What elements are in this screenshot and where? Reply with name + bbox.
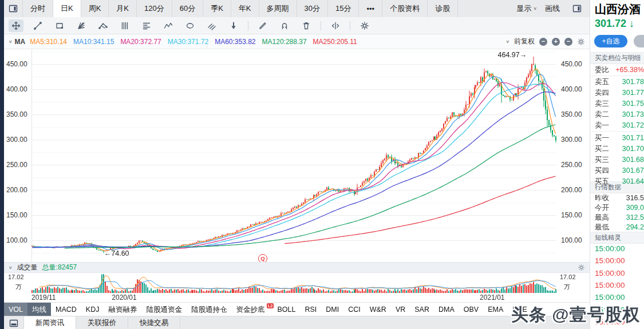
trend-line-tool-icon[interactable]	[30, 19, 45, 32]
indicator-tab-MACD[interactable]: MACD	[51, 303, 81, 316]
indicator-tab-陆股通资金[interactable]: 陆股通资金	[141, 303, 187, 316]
volume-settings-gear-icon[interactable]	[578, 264, 585, 271]
add-watchlist-button[interactable]: +自选	[594, 35, 627, 47]
bid-row-2-label: 买二	[595, 144, 609, 154]
arrow-down-tool-icon[interactable]	[226, 19, 241, 32]
toolbar-divider	[350, 21, 350, 30]
settings-tool-icon[interactable]	[357, 19, 372, 32]
bid-row-2: 买二301.70	[590, 144, 644, 154]
indicator-tab-DMI[interactable]: DMI	[321, 303, 343, 316]
alert-time-row[interactable]: 15:00:00	[590, 243, 644, 255]
indicator-tab-陆股通持仓[interactable]: 陆股通持仓	[187, 303, 232, 316]
watermark: 头条 @壹号股权	[511, 303, 641, 327]
bottom-tab-新闻资讯[interactable]: 新闻资讯	[24, 316, 76, 329]
zoom-in-icon[interactable]: +	[552, 38, 560, 46]
price-tick-right: 450.00	[561, 60, 586, 68]
bid-row-4-value: 301.67	[622, 165, 644, 176]
collapse-icon[interactable]: −	[564, 38, 572, 46]
period-tab-季K[interactable]: 季K	[203, 0, 231, 17]
indicator-tab-均线[interactable]: 均线	[27, 303, 51, 316]
panel-toggle-bottom-icon[interactable]	[4, 316, 24, 329]
adjust-mode-dropdown[interactable]: 前复权	[514, 37, 535, 46]
bid-row-1-value: 301.71	[622, 133, 644, 144]
volume-total: 总量:82457	[42, 263, 77, 272]
panel-toggle-right-icon[interactable]	[568, 4, 586, 13]
panel-toggle-left-icon[interactable]	[4, 0, 23, 17]
period-tab-30分[interactable]: 30分	[297, 0, 328, 17]
indicator-tab-VOL[interactable]: VOL	[4, 303, 27, 316]
period-tab-个股资料[interactable]: 个股资料	[382, 0, 428, 17]
bottom-tab-关联报价[interactable]: 关联报价	[76, 316, 128, 329]
indicator-tabs: VOL均线MACDKDJ融资融券陆股通资金陆股通持仓资金抄底L2BOLLRSID…	[4, 302, 590, 316]
alert-time-row[interactable]: 15:00:00	[590, 291, 644, 303]
indicator-tab-OBV[interactable]: OBV	[459, 303, 483, 316]
indicator-tab-SAR[interactable]: SAR	[410, 303, 434, 316]
collapse-chevron-icon[interactable]: ∨	[9, 265, 13, 270]
indicator-tab-BOLL[interactable]: BOLL	[272, 303, 300, 316]
indicator-tab-VR[interactable]: VR	[391, 303, 410, 316]
period-tab-120分[interactable]: 120分	[137, 0, 172, 17]
pencil-tool-icon[interactable]	[255, 19, 270, 32]
period-tab-诊股[interactable]: 诊股	[428, 0, 458, 17]
volume-title: 成交量	[17, 263, 38, 272]
rectangle-tool-icon[interactable]	[52, 19, 67, 32]
trash-tool-icon[interactable]	[299, 19, 314, 32]
indicator-tab-W&R[interactable]: W&R	[365, 303, 391, 316]
ask-row-4: 卖四301.77	[590, 88, 644, 98]
period-tab-60分[interactable]: 60分	[172, 0, 203, 17]
ma-legend-item: MA30:371.72	[168, 38, 208, 46]
period-tab-年K[interactable]: 年K	[231, 0, 259, 17]
ma-legend: MA5:310.14MA10:341.15MA20:372.77MA30:371…	[30, 38, 357, 46]
alert-time-row[interactable]: 15:00:00	[590, 255, 644, 267]
gann-fan-tool-icon[interactable]	[74, 19, 89, 32]
ellipse-tool-icon[interactable]	[183, 19, 197, 32]
display-dropdown[interactable]: 显示 ∨	[516, 3, 537, 14]
price-tick-left: 100.00	[6, 236, 31, 244]
bottom-nav: 新闻资讯关联报价快捷交易	[4, 316, 590, 329]
period-tab-分时[interactable]: 分时	[23, 0, 53, 17]
bid-row-4: 买四301.67	[590, 165, 644, 176]
draw-line-button[interactable]: 画线	[545, 3, 560, 14]
secondary-button-clipped[interactable]	[634, 35, 644, 47]
indicator-tab-资金抄底[interactable]: 资金抄底L2	[231, 303, 272, 316]
price-tick-left: 400.00	[6, 85, 31, 93]
indicator-tab-融资融券[interactable]: 融资融券	[104, 303, 141, 316]
candlestick-chart-canvas[interactable]	[31, 49, 556, 262]
alert-time-row[interactable]: 15:00:00	[590, 279, 644, 291]
indicator-tab-CCI[interactable]: CCI	[343, 303, 365, 316]
move-tool-icon[interactable]	[9, 19, 23, 32]
price-tick-left: 200.00	[6, 186, 31, 194]
vertical-lines-tool-icon[interactable]	[117, 19, 132, 32]
zoom-out-icon[interactable]: −	[539, 38, 547, 46]
indicator-tab-DMA[interactable]: DMA	[434, 303, 459, 316]
ma-legend-item: MA120:288.37	[262, 38, 307, 46]
period-tab-日K[interactable]: 日K	[53, 0, 81, 17]
alert-time-row[interactable]: 15:00:00	[590, 267, 644, 279]
period-tab-15分[interactable]: 15分	[328, 0, 359, 17]
quote-value: 294.2	[626, 222, 644, 233]
indicator-tab-RSI[interactable]: RSI	[300, 303, 321, 316]
volume-chart-canvas[interactable]	[31, 273, 556, 293]
volume-axis-unit-right: 万	[564, 283, 570, 291]
period-tab-多周期[interactable]: 多周期	[259, 0, 297, 17]
collapse-chevron-icon[interactable]: ∨	[9, 39, 13, 44]
pitchfork-tool-icon[interactable]	[96, 19, 110, 32]
period-tab-月K[interactable]: 月K	[109, 0, 137, 17]
period-tab-•••[interactable]: •••	[359, 0, 382, 17]
indicator-tab-EMA[interactable]: EMA	[483, 303, 508, 316]
magnet-tool-icon[interactable]	[277, 19, 292, 32]
period-tab-周K[interactable]: 周K	[81, 0, 109, 17]
indicator-tab-KDJ[interactable]: KDJ	[81, 303, 104, 316]
wave-tool-icon[interactable]	[161, 19, 176, 32]
ask-row-1-label: 卖一	[595, 120, 609, 131]
bottom-tab-快捷交易[interactable]: 快捷交易	[128, 316, 180, 329]
bid-row-1: 买一301.71	[590, 133, 644, 144]
chart-settings-gear-icon[interactable]	[577, 38, 585, 46]
split-view-tool-icon[interactable]	[328, 19, 343, 32]
toolbar-divider	[321, 21, 321, 30]
quote-row-最低: 最低294.2	[590, 222, 644, 233]
parallel-lines-tool-icon[interactable]	[204, 19, 219, 32]
ask-row-5-label: 卖五	[595, 77, 609, 88]
fib-levels-tool-icon[interactable]	[139, 19, 154, 32]
chevron-down-icon: ∨	[505, 39, 509, 44]
